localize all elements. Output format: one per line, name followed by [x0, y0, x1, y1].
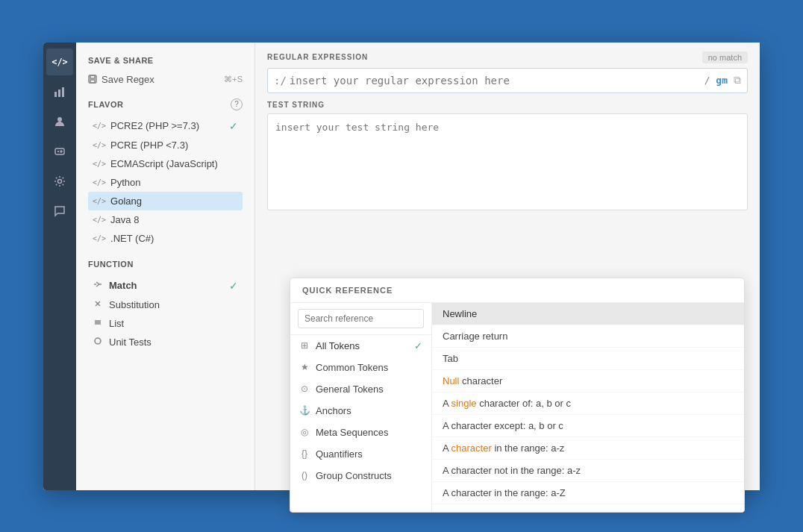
function-item-substitution[interactable]: Substitution [88, 295, 243, 314]
code-icon: </> [93, 141, 106, 149]
no-match-badge: no match [702, 51, 748, 63]
svg-rect-10 [90, 75, 95, 78]
cat-label-common-tokens: Common Tokens [316, 362, 388, 373]
flavor-item-pcre[interactable]: </> PCRE (PHP <7.3) [88, 136, 243, 154]
svg-rect-0 [54, 92, 57, 97]
flavor-label: FLAVOR [88, 100, 123, 109]
cat-label-general-tokens: General Tokens [316, 384, 384, 395]
qr-category-meta-sequences[interactable]: ◎ Meta Sequences [290, 422, 431, 443]
qr-category-anchors[interactable]: ⚓ Anchors [290, 400, 431, 422]
qr-search-input[interactable] [298, 309, 424, 328]
flavor-help-button[interactable]: ? [231, 98, 243, 110]
flavor-item-dotnet[interactable]: </> .NET (C#) [88, 229, 243, 248]
flavor-label-ecma: ECMAScript (JavaScript) [110, 158, 218, 169]
qr-item-4[interactable]: A single character of: a, b or c [432, 392, 744, 415]
qr-items: NewlineCarriage returnTabNull characterA… [432, 303, 744, 512]
function-label-unit-tests: Unit Tests [109, 337, 151, 348]
qr-item-8[interactable]: A character in the range: a-Z [432, 482, 744, 504]
cat-label-group-constructs: Group Constructs [316, 470, 392, 481]
unit-tests-icon [93, 337, 103, 348]
save-share-label: SAVE & SHARE [88, 56, 243, 65]
cat-icon-general-tokens: ⊙ [299, 384, 310, 394]
quick-reference-panel: QUICK REFERENCE ⊞ All Tokens ✓ ★ Common … [290, 278, 745, 513]
flavor-item-pcre2[interactable]: </> PCRE2 (PHP >=7.3) ✓ [88, 116, 243, 136]
function-list: Match ✓ Substitution List Unit Tests [88, 276, 243, 351]
cat-icon-group-constructs: () [299, 470, 310, 481]
sidebar: SAVE & SHARE Save Regex ⌘+S FLAVOR ? </>… [76, 43, 255, 490]
svg-rect-4 [55, 148, 64, 154]
cat-icon-quantifiers: {} [299, 448, 310, 459]
regex-flags: / gm [704, 75, 728, 86]
svg-point-8 [58, 179, 62, 183]
cat-check-icon: ✓ [414, 340, 422, 351]
qr-category-quantifiers[interactable]: {} Quantifiers [290, 443, 431, 465]
code-icon: </> [93, 178, 106, 187]
svg-point-3 [57, 117, 62, 122]
flavor-item-ecma[interactable]: </> ECMAScript (JavaScript) [88, 154, 243, 173]
function-item-unit-tests[interactable]: Unit Tests [88, 333, 243, 351]
cat-label-anchors: Anchors [316, 405, 351, 416]
qr-category-general-tokens[interactable]: ⊙ General Tokens [290, 378, 431, 400]
qr-category-group-constructs[interactable]: () Group Constructs [290, 465, 431, 486]
flavor-item-java8[interactable]: </> Java 8 [88, 210, 243, 229]
code-icon: </> [93, 234, 106, 242]
qr-search-area [290, 303, 431, 335]
code-icon: </> [93, 122, 106, 130]
test-label: TEST STRING [267, 101, 748, 109]
icon-settings[interactable] [46, 168, 73, 195]
cat-label-quantifiers: Quantifiers [316, 448, 363, 460]
flavor-label-python: Python [110, 177, 140, 188]
flavor-label-pcre2: PCRE2 (PHP >=7.3) [110, 120, 199, 131]
test-section: TEST STRING [255, 101, 760, 222]
flavor-item-python[interactable]: </> Python [88, 173, 243, 192]
qr-category-common-tokens[interactable]: ★ Common Tokens [290, 357, 431, 378]
regex-input[interactable] [287, 69, 704, 93]
icon-gamepad[interactable] [46, 138, 73, 165]
function-check-icon: ✓ [229, 280, 238, 292]
qr-category-list: ⊞ All Tokens ✓ ★ Common Tokens ⊙ General… [290, 335, 431, 486]
check-icon: ✓ [229, 120, 238, 132]
function-label: FUNCTION [88, 260, 243, 269]
flavor-item-golang[interactable]: </> Golang [88, 192, 243, 210]
svg-rect-11 [90, 80, 95, 83]
qr-item-0[interactable]: Newline [432, 303, 744, 325]
test-string-input[interactable] [267, 113, 748, 210]
svg-rect-2 [62, 87, 64, 97]
qr-item-3[interactable]: Null character [432, 370, 744, 392]
icon-code[interactable]: </> [46, 48, 73, 75]
code-icon: </> [93, 160, 106, 168]
cat-icon-all-tokens: ⊞ [299, 340, 310, 351]
function-item-match[interactable]: Match ✓ [88, 276, 243, 295]
copy-regex-button[interactable]: ⧉ [734, 74, 741, 87]
qr-item-7[interactable]: A character not in the range: a-z [432, 460, 744, 482]
save-regex-button[interactable]: Save Regex ⌘+S [88, 72, 243, 87]
function-label-list: List [109, 318, 124, 329]
app-wrapper: </> SAVE & SHARE Save Regex ⌘+S FLAVOR ? [43, 43, 760, 490]
icon-user[interactable] [46, 108, 73, 135]
cat-label-all-tokens: All Tokens [316, 340, 360, 351]
qr-body: ⊞ All Tokens ✓ ★ Common Tokens ⊙ General… [290, 303, 744, 512]
svg-point-21 [95, 338, 101, 344]
qr-item-1[interactable]: Carriage return [432, 325, 744, 348]
flavor-section-header: FLAVOR ? [88, 98, 243, 110]
flavor-list: </> PCRE2 (PHP >=7.3) ✓ </> PCRE (PHP <7… [88, 116, 243, 248]
save-icon [88, 75, 97, 84]
qr-item-2[interactable]: Tab [432, 348, 744, 370]
qr-title: QUICK REFERENCE [290, 278, 744, 303]
function-section: FUNCTION Match ✓ Substitution List Unit … [88, 260, 243, 351]
cat-icon-anchors: ⚓ [299, 405, 310, 416]
match-icon [93, 280, 103, 291]
icon-chart[interactable] [46, 78, 73, 105]
qr-item-5[interactable]: A character except: a, b or c [432, 415, 744, 437]
qr-category-all-tokens[interactable]: ⊞ All Tokens ✓ [290, 335, 431, 357]
regex-delimiter-start: :/ [274, 75, 287, 87]
svg-point-7 [60, 151, 62, 152]
cat-icon-meta-sequences: ◎ [299, 427, 310, 437]
function-item-list[interactable]: List [88, 314, 243, 333]
list-icon [93, 318, 103, 329]
function-label-match: Match [109, 280, 137, 291]
icon-chat[interactable] [46, 198, 73, 225]
flavor-label-pcre: PCRE (PHP <7.3) [110, 140, 188, 151]
cat-icon-common-tokens: ★ [299, 362, 310, 372]
qr-item-6[interactable]: A character in the range: a-z [432, 437, 744, 460]
